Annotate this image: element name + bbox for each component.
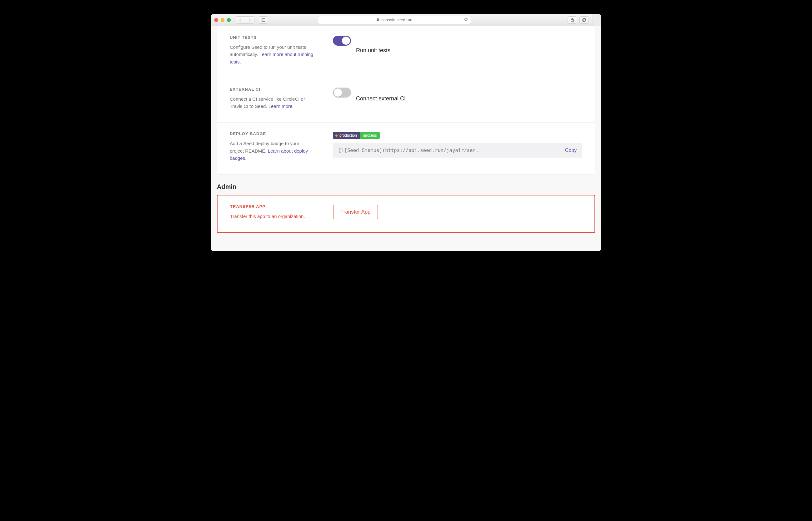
external-ci-section: EXTERNAL CI Connect a CI service like Ci…: [217, 78, 595, 123]
unit-tests-title: UNIT TESTS: [230, 35, 314, 40]
svg-rect-2: [377, 19, 379, 21]
external-ci-title: EXTERNAL CI: [230, 87, 314, 92]
copy-button[interactable]: Copy: [565, 148, 577, 153]
window-controls: [214, 18, 231, 22]
external-ci-learn-more-link[interactable]: Learn more.: [268, 104, 294, 109]
back-button[interactable]: [236, 16, 245, 24]
external-ci-description: Connect a CI service like CircleCI or Tr…: [230, 95, 314, 110]
transfer-app-section: TRANSFER APP Transfer this app to an org…: [217, 196, 595, 232]
deploy-badge-description: Add a Seed deploy badge to your project …: [230, 140, 314, 162]
admin-heading: Admin: [217, 183, 595, 190]
badge-markdown-code[interactable]: [![Seed Status](https://api.seed.run/jay…: [338, 148, 559, 153]
unit-tests-toggle[interactable]: [333, 36, 351, 46]
page-content: UNIT TESTS Configure Seed to run your un…: [211, 26, 601, 251]
external-ci-toggle[interactable]: [333, 88, 351, 97]
forward-button[interactable]: [245, 16, 255, 24]
fullscreen-window-button[interactable]: [227, 18, 231, 22]
address-bar[interactable]: console.seed.run: [318, 16, 471, 24]
sidebar-icon: [261, 18, 266, 22]
toggle-knob: [334, 89, 342, 97]
transfer-app-description: Transfer this app to an organization.: [230, 213, 314, 220]
badge-bullet-icon: [335, 134, 338, 137]
share-icon: [570, 18, 574, 22]
close-window-button[interactable]: [214, 18, 218, 22]
chevron-left-icon: [238, 18, 242, 22]
share-button[interactable]: [568, 16, 577, 24]
deploy-status-badge: production success: [333, 132, 582, 139]
unit-tests-toggle-label: Run unit tests: [356, 47, 390, 54]
address-url: console.seed.run: [381, 18, 412, 22]
transfer-app-button[interactable]: Transfer App: [333, 205, 378, 219]
tabs-icon: [582, 18, 586, 22]
new-tab-button[interactable]: +: [593, 14, 601, 26]
badge-markdown-box: [![Seed Status](https://api.seed.run/jay…: [333, 143, 582, 158]
transfer-app-title: TRANSFER APP: [230, 204, 314, 209]
svg-rect-0: [262, 19, 265, 21]
reload-icon: [464, 17, 468, 22]
deploy-badge-section: DEPLOY BADGE Add a Seed deploy badge to …: [217, 122, 595, 174]
badge-environment: production: [333, 132, 360, 139]
unit-tests-description: Configure Seed to run your unit tests au…: [230, 43, 314, 65]
settings-panel: UNIT TESTS Configure Seed to run your un…: [217, 26, 595, 175]
browser-titlebar: console.seed.run +: [211, 14, 601, 26]
toggle-knob: [342, 37, 350, 45]
deploy-badge-title: DEPLOY BADGE: [230, 131, 314, 136]
unit-tests-section: UNIT TESTS Configure Seed to run your un…: [217, 26, 595, 78]
lock-icon: [376, 18, 379, 22]
reload-button[interactable]: [464, 17, 468, 23]
browser-window: console.seed.run + UNIT TESTS Configure …: [211, 14, 601, 251]
nav-arrows: [236, 16, 255, 24]
tabs-button[interactable]: [579, 16, 589, 24]
admin-panel: TRANSFER APP Transfer this app to an org…: [217, 195, 595, 233]
chevron-right-icon: [247, 18, 252, 22]
minimize-window-button[interactable]: [221, 18, 224, 22]
badge-status: success: [360, 132, 380, 139]
external-ci-toggle-label: Connect external CI: [356, 95, 406, 102]
sidebar-toggle-button[interactable]: [259, 16, 268, 24]
